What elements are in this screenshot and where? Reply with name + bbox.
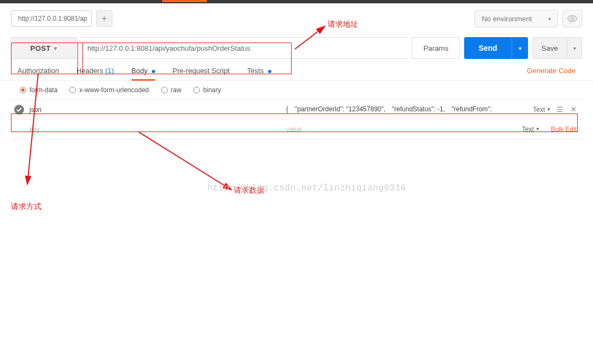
svg-point-0 [571, 17, 573, 19]
chevron-down-icon: ▾ [548, 16, 551, 22]
tab-prerequest[interactable]: Pre-request Script [173, 67, 230, 80]
bulk-edit-link[interactable]: Bulk Edit [545, 126, 577, 133]
form-data-table: json { "partnerOrderId": "123457890", "r… [11, 99, 582, 139]
send-label: Send [478, 44, 497, 52]
eye-icon [567, 15, 578, 22]
param-type-select[interactable]: Text ▼ [533, 106, 551, 114]
generate-code-label: Generate Code [527, 67, 576, 75]
environment-select[interactable]: No environment ▾ [475, 10, 558, 27]
annotation-arrow-data [133, 131, 242, 196]
request-tab[interactable]: http://127.0.0.1:8081/ap [11, 10, 92, 27]
request-tabs: Authorization Headers (1) Body Pre-reque… [0, 59, 593, 81]
send-dropdown-button[interactable]: ▾ [512, 37, 528, 59]
http-method-label: POST [31, 44, 51, 52]
watermark-text: http://blog.csdn.net/linzhiqiang0316 [207, 183, 406, 193]
app-topbar [0, 0, 593, 3]
environment-preview-button[interactable] [562, 10, 582, 27]
tab-label: Authorization [17, 67, 59, 75]
plus-icon: + [102, 14, 106, 23]
tab-tests[interactable]: Tests [247, 67, 271, 80]
params-button[interactable]: Params [412, 37, 460, 59]
environment-label: No environment [482, 15, 532, 23]
table-row[interactable]: json { "partnerOrderId": "123457890", "r… [11, 100, 582, 120]
radio-icon [69, 87, 76, 93]
tab-label: Pre-request Script [173, 67, 230, 75]
add-tab-button[interactable]: + [96, 10, 112, 27]
tab-headers[interactable]: Headers (1) [76, 67, 114, 80]
annotation-label-method: 请求方式 [11, 202, 41, 212]
save-button[interactable]: Save [532, 37, 567, 59]
http-method-select[interactable]: POST ▾ [11, 37, 76, 59]
chevron-down-icon: ▾ [573, 45, 576, 51]
param-key-cell[interactable]: json [29, 106, 281, 114]
radio-urlencoded[interactable]: x-www-form-urlencoded [69, 86, 149, 94]
radio-label: binary [203, 86, 221, 94]
radio-raw[interactable]: raw [161, 86, 181, 94]
url-input[interactable] [81, 37, 407, 59]
tab-label: Body [132, 67, 148, 75]
request-tab-label: http://127.0.0.1:8081/ap [18, 15, 87, 22]
send-button[interactable]: Send [464, 37, 511, 59]
radio-icon [161, 87, 168, 93]
table-row-placeholder[interactable]: key value Text ▼ Bulk Edit [11, 120, 582, 139]
tab-label: Headers [76, 67, 103, 75]
param-value-placeholder[interactable]: value [286, 126, 517, 133]
chevron-down-icon: ▼ [547, 107, 551, 112]
radio-label: x-www-form-urlencoded [79, 86, 149, 94]
chevron-down-icon: ▾ [519, 45, 521, 51]
param-key-placeholder[interactable]: key [29, 126, 281, 133]
radio-binary[interactable]: binary [193, 86, 221, 94]
radio-label: raw [171, 86, 181, 94]
tab-label: Tests [247, 67, 264, 75]
tab-authorization[interactable]: Authorization [17, 67, 59, 80]
params-label: Params [423, 44, 448, 52]
body-type-radios: form-data x-www-form-urlencoded raw bina… [0, 81, 593, 99]
annotation-label-data: 请求数据 [234, 186, 264, 195]
row-enabled-toggle[interactable] [14, 105, 24, 115]
row-delete-icon[interactable]: ✕ [571, 105, 577, 114]
param-type-select[interactable]: Text ▼ [522, 126, 540, 133]
param-type-label: Text [522, 126, 534, 133]
radio-icon [20, 87, 26, 93]
headers-count: (1) [105, 67, 114, 75]
radio-icon [193, 87, 200, 93]
param-type-label: Text [533, 106, 545, 114]
radio-form-data[interactable]: form-data [20, 86, 57, 94]
chevron-down-icon: ▼ [536, 127, 540, 132]
radio-label: form-data [29, 86, 57, 94]
tab-body[interactable]: Body [132, 67, 155, 80]
header-row: http://127.0.0.1:8081/ap + No environmen… [0, 3, 593, 32]
save-label: Save [542, 44, 558, 52]
svg-line-3 [139, 132, 232, 190]
check-icon [16, 108, 22, 112]
save-dropdown-button[interactable]: ▾ [567, 37, 582, 59]
bulk-edit-label: Bulk Edit [551, 126, 577, 133]
dot-indicator-icon [268, 70, 271, 73]
generate-code-link[interactable]: Generate Code [527, 67, 582, 80]
row-handle-icon[interactable]: ☰ [556, 105, 563, 114]
chevron-down-icon: ▾ [54, 45, 57, 51]
request-row: POST ▾ Params Send ▾ Save ▾ [0, 32, 593, 59]
param-value-cell[interactable]: { "partnerOrderId": "123457890", "refund… [286, 105, 527, 114]
dot-indicator-icon [152, 70, 155, 73]
